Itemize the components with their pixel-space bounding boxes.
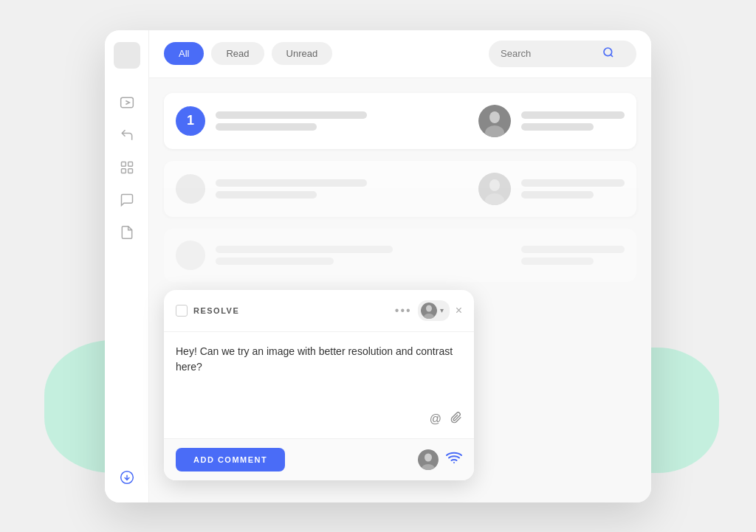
sidebar-item-reply[interactable]	[114, 122, 140, 148]
more-options-button[interactable]: •••	[395, 305, 412, 317]
notification-content	[216, 111, 468, 131]
ghost-meta-1	[521, 246, 625, 253]
mention-icon[interactable]: @	[430, 412, 441, 426]
comment-header-actions: ••• ▾ ×	[395, 300, 462, 321]
comment-textarea[interactable]: Hey! Can we try an image with better res…	[176, 344, 462, 403]
sidebar-item-export[interactable]	[114, 464, 140, 491]
svg-point-18	[425, 453, 432, 461]
svg-rect-2	[128, 162, 132, 166]
sidebar-item-file[interactable]	[114, 219, 140, 246]
search-input[interactable]	[501, 48, 597, 59]
search-icon	[602, 46, 614, 61]
user-chip[interactable]: ▾	[418, 300, 450, 321]
svg-point-6	[604, 48, 612, 56]
notification-line-1	[216, 111, 367, 119]
notification-line-2	[216, 123, 317, 131]
resolve-label: RESOLVE	[193, 306, 239, 315]
notifications-area: 1	[149, 78, 651, 502]
app-window: All Read Unread 1	[105, 30, 651, 502]
comment-tools: @	[176, 406, 462, 426]
notification-item-2[interactable]	[164, 161, 636, 217]
notification-item-3	[164, 229, 636, 282]
tab-unread[interactable]: Unread	[272, 42, 333, 65]
notification-line-3	[216, 179, 367, 187]
notification-content-2	[216, 179, 468, 198]
svg-line-7	[611, 55, 613, 57]
svg-point-12	[489, 179, 500, 191]
notification-meta	[521, 111, 625, 131]
ghost-meta	[521, 246, 625, 265]
sidebar-item-layout[interactable]	[114, 154, 140, 181]
ghost-content	[216, 246, 511, 265]
video-icon	[120, 95, 134, 110]
comment-body: Hey! Can we try an image with better res…	[164, 332, 474, 438]
comment-footer: ADD COMMENT	[164, 438, 474, 480]
ghost-line-2	[216, 258, 334, 265]
reply-icon	[120, 128, 134, 142]
meta-line-3	[521, 179, 625, 187]
resolve-checkbox[interactable]	[176, 305, 188, 317]
notification-avatar-2	[478, 173, 511, 205]
notification-avatar	[478, 105, 511, 137]
svg-rect-1	[121, 162, 126, 166]
footer-avatar	[418, 449, 439, 470]
sidebar-item-chat[interactable]	[114, 187, 140, 213]
attach-icon[interactable]	[450, 412, 462, 426]
close-button[interactable]: ×	[456, 305, 462, 317]
search-box[interactable]	[489, 41, 636, 67]
svg-rect-3	[121, 168, 126, 173]
main-content: All Read Unread 1	[149, 30, 651, 502]
tab-all[interactable]: All	[164, 42, 204, 65]
comment-header: RESOLVE ••• ▾	[164, 290, 474, 332]
notification-line-4	[216, 191, 317, 198]
svg-point-9	[489, 111, 500, 123]
ghost-dot	[176, 241, 205, 270]
sidebar-item-video[interactable]	[114, 89, 140, 116]
notification-item-1[interactable]: 1	[164, 93, 636, 149]
user-chip-avatar	[421, 303, 437, 319]
comment-panel: RESOLVE ••• ▾	[164, 290, 474, 480]
chevron-down-icon: ▾	[440, 306, 444, 314]
file-icon	[120, 225, 134, 240]
layout-icon	[120, 160, 134, 175]
notification-meta-2	[521, 179, 625, 198]
meta-line-1	[521, 111, 625, 119]
meta-line-2	[521, 123, 594, 131]
add-comment-button[interactable]: ADD COMMENT	[176, 448, 285, 471]
tab-read[interactable]: Read	[211, 42, 264, 65]
ghost-line-1	[216, 246, 393, 253]
notification-badge: 1	[176, 106, 205, 136]
svg-point-20	[453, 462, 455, 463]
svg-rect-0	[120, 97, 133, 107]
svg-rect-4	[128, 168, 132, 173]
topbar: All Read Unread	[149, 30, 651, 78]
avatar-image-2	[478, 173, 511, 205]
svg-point-15	[426, 305, 432, 311]
wifi-icon	[446, 452, 462, 467]
sidebar	[105, 30, 149, 502]
export-icon	[120, 470, 134, 485]
sidebar-logo	[114, 42, 140, 69]
ghost-meta-2	[521, 258, 594, 265]
notification-dot-placeholder	[176, 174, 205, 204]
meta-line-4	[521, 191, 594, 198]
avatar-image	[478, 105, 511, 137]
footer-right	[418, 449, 462, 470]
chat-icon	[120, 193, 134, 207]
